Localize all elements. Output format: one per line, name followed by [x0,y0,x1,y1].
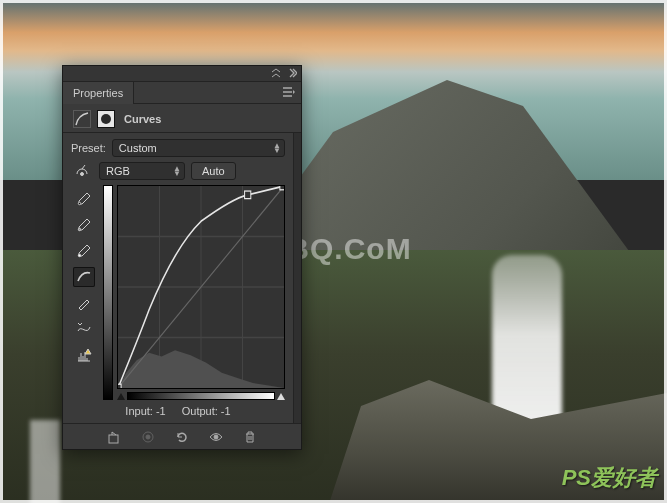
svg-point-3 [78,228,80,230]
collapse-icon[interactable] [271,68,281,80]
waterfall-small [30,420,60,503]
smooth-curve-tool[interactable] [73,319,95,339]
curves-graph[interactable] [117,185,285,389]
panel-header: Properties [63,82,301,104]
preset-label: Preset: [71,142,106,154]
svg-point-1 [81,173,84,176]
output-readout-value: -1 [221,405,231,417]
svg-point-2 [78,202,80,204]
svg-rect-15 [280,186,284,190]
channel-row: RGB ▲▼ Auto [71,161,285,181]
adjustment-title-row: Curves [63,104,301,133]
black-point-slider[interactable] [117,393,125,400]
panel-footer [63,423,301,449]
svg-rect-16 [109,435,118,443]
io-readout: Input: -1 Output: -1 [71,400,285,423]
input-readout-label: Input: [125,405,153,417]
layer-mask-icon[interactable] [97,110,115,128]
clip-to-layer-button[interactable] [104,428,124,446]
svg-point-0 [101,114,111,124]
gray-point-eyedropper[interactable] [73,215,95,235]
input-readout-value: -1 [156,405,166,417]
left-tool-column [71,185,97,400]
properties-panel: Properties Curves Preset: Custom ▲▼ [62,65,302,450]
channel-select[interactable]: RGB [99,162,185,180]
delete-button[interactable] [240,428,260,446]
view-previous-button[interactable] [138,428,158,446]
output-readout-label: Output: [182,405,218,417]
auto-button[interactable]: Auto [191,162,236,180]
preset-row: Preset: Custom ▲▼ [71,139,285,157]
reset-button[interactable] [172,428,192,446]
curve-pencil-tool[interactable] [73,293,95,313]
svg-point-18 [146,435,150,439]
white-point-slider[interactable] [277,393,285,400]
visibility-button[interactable] [206,428,226,446]
preset-select[interactable]: Custom [112,139,285,157]
svg-point-19 [214,435,218,439]
close-panel-icon[interactable] [287,68,297,80]
properties-tab[interactable]: Properties [63,82,134,104]
input-gradient[interactable] [127,392,275,400]
targeted-adjustment-tool[interactable] [71,161,93,181]
curve-point-tool[interactable] [73,267,95,287]
curves-adjustment-icon [73,110,91,128]
scrollbar[interactable] [293,133,301,423]
output-gradient [103,185,113,400]
input-gradient-row [117,392,285,400]
svg-rect-13 [118,384,121,388]
svg-point-4 [78,254,80,256]
corner-credit: PS爱好者 [562,463,657,493]
adjustment-title: Curves [124,113,161,125]
svg-rect-14 [245,191,251,199]
black-point-eyedropper[interactable] [73,189,95,209]
panel-topbar [63,66,301,82]
panel-menu-button[interactable] [277,87,301,99]
white-point-eyedropper[interactable] [73,241,95,261]
histogram-warning-icon[interactable] [73,345,95,365]
